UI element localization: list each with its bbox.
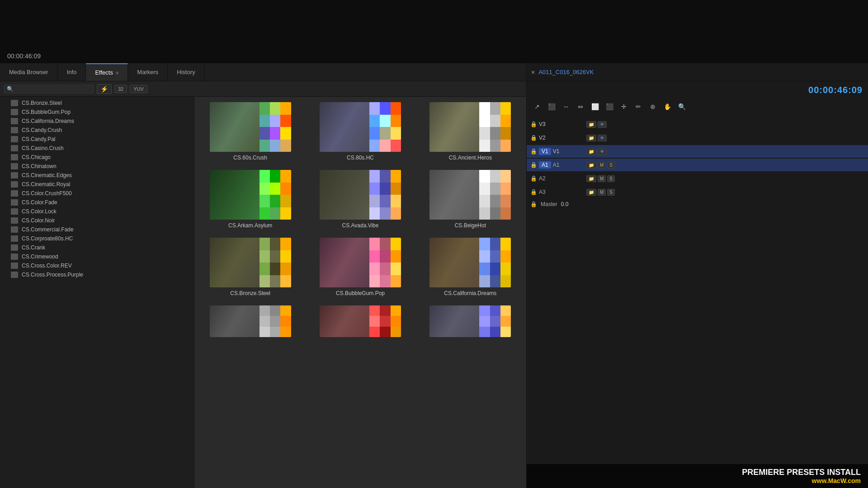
track-label-area-a2: 🔒 A2 [530,175,585,182]
pen-tool-button[interactable]: ✏ [632,101,645,113]
list-item[interactable]: CS.Commercial.Fade [0,225,194,234]
tab-media-browser[interactable]: Media Browser [0,63,58,81]
preset-thumbnail [320,305,401,337]
list-item[interactable]: CS.Candy.Pal [0,135,194,144]
list-item[interactable]: CS.Crimewood [0,252,194,261]
lock-icon-a3: 🔒 [530,189,537,195]
track-folder-a2[interactable]: 📁 [586,175,596,182]
preset-thumbnail [429,170,511,220]
track-folder-a1[interactable]: 📁 [586,162,596,169]
ripple-edit-button[interactable]: ↔ [559,101,573,113]
preset-thumbnail [429,102,511,152]
list-item[interactable]: CS.Cross.Color.REV [0,261,194,270]
razor-tool-button[interactable]: ⬛ [603,101,616,113]
select-tool-button[interactable]: ↗ [530,101,544,113]
list-item[interactable]: CS.Color.Lock [0,207,194,216]
rate-stretch-button[interactable]: ⬜ [588,101,602,113]
rolling-edit-button[interactable]: ⇔ [574,101,587,113]
tab-bar: Media Browser Info Effects ≡ Markers His… [0,63,526,81]
search-input[interactable] [15,86,88,92]
track-s-a1[interactable]: S [607,162,615,169]
preset-card-ancient-heros[interactable]: CS.Ancient.Heros [420,102,521,161]
track-eye-v3[interactable]: 👁 [598,121,607,128]
yuv-button[interactable]: YUV [130,85,147,93]
list-item[interactable]: CS.Color.CrushF500 [0,189,194,198]
preset-card-bottom2[interactable] [310,305,410,337]
preset-thumbnail [320,170,401,220]
lock-icon-v2: 🔒 [530,135,537,141]
list-item[interactable]: CS.Cinematic.Royal [0,180,194,189]
preset-card-80s-hc[interactable]: CS.80s.HC [310,102,410,161]
track-folder-a3[interactable]: 📁 [586,189,596,196]
tab-history[interactable]: History [168,63,204,81]
search-icon: 🔍 [7,86,14,92]
track-folder-v1[interactable]: 📁 [586,148,596,155]
preset-card-beige-hot[interactable]: CS.BeigeHot [420,170,521,229]
list-item[interactable]: CS.Cross.Process.Purple [0,270,194,279]
search-box[interactable]: 🔍 [4,84,94,94]
track-eye-v1[interactable]: 👁 [598,148,607,155]
hand-tool-button[interactable]: ✋ [660,101,674,113]
preset-card-bottom3[interactable] [420,305,521,337]
tab-info[interactable]: Info [58,63,86,81]
track-s-a3[interactable]: S [607,189,615,196]
zoom-tool-button[interactable]: 🔍 [675,101,689,113]
preset-thumbnail [429,305,511,337]
trim-tool-button[interactable]: ⬛ [545,101,558,113]
preset-icon [11,235,18,242]
track-controls-v2: 📁 👁 [586,135,607,141]
move-tool-button[interactable]: ✛ [617,101,631,113]
track-label-area-v3: 🔒 V3 [530,121,585,127]
list-item[interactable]: CS.Candy.Crush [0,126,194,135]
preset-icon [11,217,18,224]
list-item[interactable]: CS.Casino.Crush [0,144,194,153]
preset-icon [11,127,18,133]
track-eye-v2[interactable]: 👁 [598,135,607,141]
left-panel: Media Browser Info Effects ≡ Markers His… [0,63,527,488]
list-item[interactable]: CS.Bronze.Steel [0,99,194,108]
grid-panel: CS.60s.Crush CS.80s.HC [194,97,526,488]
preset-card-bubblegum-pop[interactable]: CS.BubbleGum.Pop [310,238,410,296]
watermark-area: PREMIERE PRESETS INSTALL www.MacW.com [527,464,868,488]
lock-icon-a1: 🔒 [530,162,537,168]
track-m-a2[interactable]: M [598,175,606,182]
preset-card-california-dreams[interactable]: CS.California.Dreams [420,238,521,296]
top-bar: 00:00:46:09 [0,0,868,63]
preset-card-bottom1[interactable] [200,305,301,337]
list-item[interactable]: CS.Corproate80s.HC [0,234,194,243]
preset-card-bronze-steel[interactable]: CS.Bronze.Steel [200,238,301,296]
track-label-v1-active: V1 [539,148,551,155]
list-item[interactable]: CS.California.Dreams [0,117,194,126]
track-label-area-a3: 🔒 A3 [530,189,585,195]
preset-card-arkam-asylum[interactable]: CS.Arkam.Asylum [200,170,301,229]
tab-effects[interactable]: Effects ≡ [86,63,128,81]
list-item[interactable]: CS.Cinematic.Edges [0,171,194,180]
preset-card-60s-crush[interactable]: CS.60s.Crush [200,102,301,161]
preset-label: CS.California.Dreams [444,290,496,296]
track-m-a3[interactable]: M [598,189,606,196]
list-item[interactable]: CS.Chinatown [0,162,194,171]
preset-label: CS.Arkam.Asylum [228,222,272,229]
track-label-a3: A3 [539,189,546,195]
preset-card-avada-vibe[interactable]: CS.Avada.Vibe [310,170,410,229]
crosshair-tool-button[interactable]: ⊕ [646,101,660,113]
32-button[interactable]: 32 [114,85,127,93]
list-item[interactable]: CS.Crank [0,243,194,252]
list-item[interactable]: CS.Color.Noir [0,216,194,225]
track-folder-v2[interactable]: 📁 [586,135,596,141]
track-label-a1: A1 [553,162,560,168]
accelerated-effects-button[interactable]: ⚡ [97,84,112,94]
list-item[interactable]: CS.Chicago [0,153,194,162]
track-s-a2[interactable]: S [607,175,615,182]
top-timecode: 00:00:46:09 [7,52,41,60]
track-m-a1[interactable]: M [598,162,606,169]
track-label-v3: V3 [539,121,546,127]
list-item[interactable]: CS.BubbleGum.Pop [0,108,194,117]
track-folder-v3[interactable]: 📁 [586,121,596,128]
preset-icon [11,263,18,269]
timeline-section: 🔒 V3 📁 👁 🔒 V2 📁 👁 [527,114,868,464]
list-item[interactable]: CS.Color.Fade [0,198,194,207]
tab-markers[interactable]: Markers [128,63,168,81]
track-label-area-v1: 🔒 V1 V1 [530,148,585,155]
close-button[interactable]: × [531,69,535,76]
